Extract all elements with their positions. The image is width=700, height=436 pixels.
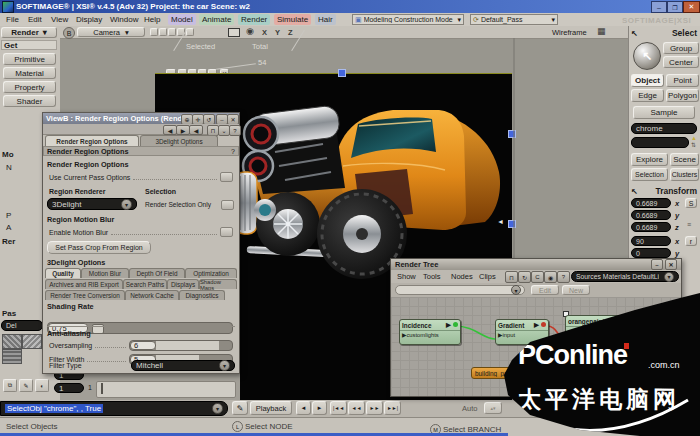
enable-mb-checkbox[interactable] — [220, 227, 233, 237]
snapshot-ball-icon[interactable]: ◐ — [35, 379, 49, 392]
filter-point-button[interactable]: Point — [666, 74, 699, 87]
rotate-mode-button[interactable]: r — [685, 236, 697, 246]
menu-display[interactable]: Display — [73, 14, 105, 25]
tab-network-cache[interactable]: Network Cache — [125, 290, 179, 300]
tab-diagnostics[interactable]: Diagnostics — [179, 290, 225, 300]
pane-letter-button[interactable]: B — [63, 27, 75, 39]
oversampling-value[interactable]: 6 — [130, 341, 156, 350]
pass-fragment-dropdown[interactable]: Del — [1, 320, 43, 331]
minimize-button[interactable]: – — [651, 1, 667, 13]
help-icon[interactable]: ? — [557, 271, 570, 283]
help-icon[interactable]: ? — [229, 125, 241, 136]
menu-help[interactable]: Help — [141, 14, 163, 25]
menu-hair[interactable]: Hair — [315, 14, 336, 25]
display-monitor-icon[interactable] — [228, 28, 240, 37]
go-to-end-button[interactable]: ►►| — [384, 401, 401, 415]
tab-shadow-maps[interactable]: Shadow Maps — [199, 279, 237, 289]
link-icon[interactable]: ≡ — [687, 221, 691, 228]
use-pass-checkbox[interactable] — [220, 172, 233, 182]
out-port-icon[interactable]: ▶ — [446, 321, 458, 329]
restore-button[interactable]: ❐ — [667, 1, 683, 13]
display-mode-label[interactable]: Wireframe — [552, 28, 587, 37]
filter-object-button[interactable]: Object — [631, 74, 664, 87]
menu-tools[interactable]: Tools — [423, 272, 441, 281]
sort-arrows-icon[interactable]: ⇅ — [691, 141, 696, 148]
scale-y-field[interactable]: 0.6689 — [631, 210, 671, 220]
memo-cam-button[interactable] — [159, 28, 167, 36]
get-property-button[interactable]: Property — [3, 81, 56, 93]
menu-view[interactable]: View — [48, 14, 71, 25]
tab-render-region-options[interactable]: Render Region Options — [45, 135, 139, 146]
script-editor-button[interactable]: ✎ — [232, 401, 248, 415]
tab-depth-of-field[interactable]: Depth Of Field — [129, 268, 185, 278]
timeline-track[interactable] — [96, 381, 236, 398]
nav-up-icon[interactable]: ◀ — [189, 125, 203, 135]
render-tree-minimize-icon[interactable]: – — [651, 259, 663, 270]
new-button[interactable]: New — [562, 285, 590, 295]
rotate-x-field[interactable]: 90 — [631, 236, 671, 246]
menu-animate[interactable]: Animate — [199, 14, 234, 25]
cascade-windows-icon[interactable]: ⧉ — [3, 379, 17, 392]
oversampling-slider[interactable]: 6 — [129, 340, 233, 351]
edit-button[interactable]: Edit — [531, 285, 559, 295]
nav-back-icon[interactable]: ◀ — [163, 125, 177, 135]
playback-button[interactable]: Playback — [250, 401, 292, 415]
tab-displays[interactable]: Displays — [167, 279, 199, 289]
grid-icon[interactable]: ▦ — [597, 26, 606, 36]
rotate-y-field[interactable]: 0 — [631, 248, 671, 258]
menu-render[interactable]: Render — [238, 14, 270, 25]
region-handle[interactable] — [338, 69, 346, 77]
tab-3delight-options[interactable]: 3Delight Options — [140, 135, 218, 146]
fast-rewind-button[interactable]: ◄◄ — [348, 401, 365, 415]
camera-view-dropdown[interactable]: Camera ▾ — [77, 27, 145, 37]
step-forward-button[interactable]: ► — [312, 401, 327, 415]
refresh-icon[interactable]: ↻ — [518, 271, 531, 283]
node-input-port[interactable]: ▶customlights — [400, 331, 460, 339]
frame-field-2[interactable]: 1 — [54, 383, 84, 393]
explore-button[interactable]: Explore — [631, 153, 668, 166]
sample-button[interactable]: Sample — [633, 106, 695, 119]
construction-mode-dropdown[interactable]: ▣ Modeling Construction Mode ▾ — [352, 14, 464, 25]
out-port-icon[interactable]: ▶ — [534, 321, 546, 329]
scale-mode-button[interactable]: S — [685, 198, 697, 208]
selection-button[interactable]: Selection — [631, 168, 668, 181]
nav-forward-icon[interactable]: ▶ — [176, 125, 190, 135]
step-back-button[interactable]: ◄ — [296, 401, 311, 415]
render-tree-close-icon[interactable]: ✕ — [665, 259, 677, 270]
tab-archives-rib[interactable]: Archives and RIB Export — [45, 279, 123, 289]
memo-cam-button[interactable] — [186, 28, 194, 36]
filter-edge-button[interactable]: Edge — [631, 89, 664, 102]
subsection-3delight[interactable]: 3Delight Options — [47, 258, 105, 267]
axis-letters[interactable]: X Y Z — [262, 28, 295, 37]
selection-name-field[interactable]: chrome — [631, 123, 697, 134]
scene-button[interactable]: Scene — [670, 153, 699, 166]
memo-cam-button[interactable] — [168, 28, 176, 36]
select-tool-ball[interactable]: ↖ — [633, 42, 661, 70]
node-input-port[interactable]: ▶input — [496, 331, 548, 339]
shader-combo[interactable]: ▾ — [395, 285, 525, 295]
scale-z-field[interactable]: 0.6689 — [631, 222, 671, 232]
texture-thumbnail[interactable] — [2, 334, 22, 349]
filter-type-dropdown[interactable]: Mitchell ▾ — [131, 360, 235, 371]
go-to-start-button[interactable]: |◄◄ — [330, 401, 347, 415]
menu-edit[interactable]: Edit — [25, 14, 45, 25]
command-line-input[interactable]: SelectObj "chrome", , True ▾ — [0, 401, 228, 416]
command-dropdown-icon[interactable]: ▾ — [212, 403, 223, 414]
clusters-button[interactable]: Clusters — [670, 168, 699, 181]
module-selector[interactable]: Render ▾ — [1, 27, 57, 38]
auto-rate-spinner[interactable]: ▴▾ — [484, 402, 502, 414]
subsection-render-region[interactable]: Render Region Options — [47, 160, 128, 169]
tab-search-paths[interactable]: Search Paths — [123, 279, 167, 289]
clip-icon[interactable]: C — [531, 271, 544, 283]
scale-x-field[interactable]: 0.6689 — [631, 198, 671, 208]
menu-nodes[interactable]: Nodes — [451, 272, 473, 281]
memo-cam-button[interactable] — [150, 28, 158, 36]
pass-dropdown[interactable]: ⟳ Default_Pass ▾ — [470, 14, 558, 25]
menu-file[interactable]: File — [3, 14, 22, 25]
center-button[interactable]: Center — [663, 56, 699, 68]
menu-show[interactable]: Show — [397, 272, 416, 281]
get-shader-button[interactable]: Shader — [3, 95, 56, 107]
lock-icon[interactable]: ⊓ — [505, 271, 518, 283]
group-button[interactable]: Group — [663, 42, 699, 54]
renderer-dropdown[interactable]: 3Delight ▾ — [47, 198, 137, 210]
